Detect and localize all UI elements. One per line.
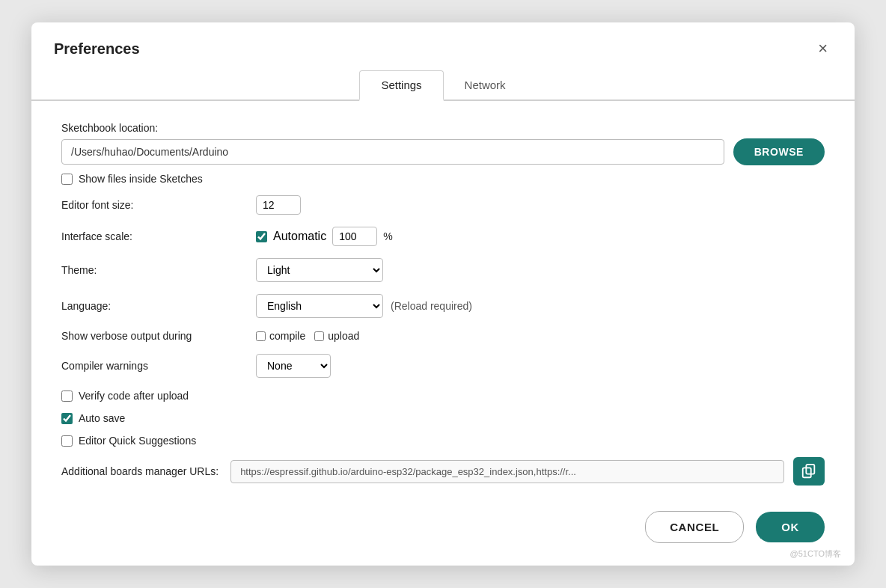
tabs-row: Settings Network [31, 70, 855, 101]
sketchbook-label: Sketchbook location: [61, 122, 825, 134]
language-label: Language: [61, 300, 256, 312]
compiler-warnings-label: Compiler warnings [61, 360, 256, 372]
additional-urls-input[interactable] [230, 460, 784, 483]
automatic-checkbox[interactable] [256, 231, 267, 242]
compile-label-row[interactable]: compile [256, 330, 305, 342]
show-files-checkbox[interactable] [61, 174, 73, 185]
sketchbook-location-section: Sketchbook location: BROWSE [61, 122, 825, 165]
theme-row: Theme: Light Dark [61, 258, 825, 282]
tab-network[interactable]: Network [444, 70, 527, 101]
scale-input[interactable] [332, 227, 377, 246]
dialog-footer: CANCEL OK [31, 497, 855, 543]
copy-icon [801, 463, 817, 480]
sketchbook-input[interactable] [61, 139, 724, 165]
auto-save-label[interactable]: Auto save [79, 412, 125, 424]
reload-note: (Reload required) [391, 300, 472, 312]
cancel-button[interactable]: CANCEL [645, 511, 744, 543]
language-row: Language: English Chinese French German … [61, 294, 825, 318]
theme-label: Theme: [61, 264, 256, 276]
settings-content: Sketchbook location: BROWSE Show files i… [31, 101, 855, 497]
compile-checkbox[interactable] [256, 331, 266, 341]
auto-save-row: Auto save [61, 412, 825, 424]
sketchbook-row: BROWSE [61, 138, 825, 165]
font-size-row: Editor font size: [61, 195, 825, 215]
editor-quick-label[interactable]: Editor Quick Suggestions [79, 435, 196, 447]
compile-label: compile [269, 330, 305, 342]
percent-label: % [383, 230, 392, 242]
compile-upload-row: compile upload [256, 330, 359, 342]
additional-urls-label: Additional boards manager URLs: [61, 465, 219, 477]
font-size-input[interactable] [256, 195, 301, 215]
show-files-label[interactable]: Show files inside Sketches [79, 173, 203, 185]
preferences-dialog: Preferences × Settings Network Sketchboo… [31, 22, 855, 566]
automatic-label[interactable]: Automatic [273, 230, 326, 243]
additional-urls-row: Additional boards manager URLs: [61, 457, 825, 486]
browse-button[interactable]: BROWSE [733, 138, 825, 165]
upload-checkbox[interactable] [314, 331, 324, 341]
font-size-label: Editor font size: [61, 199, 256, 211]
tab-settings[interactable]: Settings [359, 70, 443, 101]
upload-label-row[interactable]: upload [314, 330, 359, 342]
theme-select[interactable]: Light Dark [256, 258, 383, 282]
compiler-warnings-select[interactable]: None Default More All [256, 354, 331, 378]
interface-scale-label: Interface scale: [61, 230, 256, 242]
watermark: @51CTO博客 [790, 548, 841, 560]
scale-row: Automatic % [256, 227, 393, 246]
editor-quick-row: Editor Quick Suggestions [61, 435, 825, 447]
verify-code-checkbox[interactable] [61, 391, 73, 402]
verify-code-row: Verify code after upload [61, 390, 825, 402]
compiler-warnings-row: Compiler warnings None Default More All [61, 354, 825, 378]
show-files-row: Show files inside Sketches [61, 173, 825, 185]
interface-scale-row: Interface scale: Automatic % [61, 227, 825, 246]
verbose-output-row: Show verbose output during compile uploa… [61, 330, 825, 342]
auto-save-checkbox[interactable] [61, 413, 73, 424]
editor-quick-checkbox[interactable] [61, 435, 73, 447]
language-select[interactable]: English Chinese French German Spanish [256, 294, 383, 318]
verify-code-label[interactable]: Verify code after upload [79, 390, 189, 402]
urls-edit-button[interactable] [793, 457, 825, 486]
dialog-title: Preferences [54, 40, 140, 58]
ok-button[interactable]: OK [756, 512, 825, 542]
dialog-header: Preferences × [31, 22, 855, 58]
verbose-label: Show verbose output during [61, 330, 256, 342]
close-button[interactable]: × [813, 39, 832, 58]
upload-label: upload [328, 330, 359, 342]
